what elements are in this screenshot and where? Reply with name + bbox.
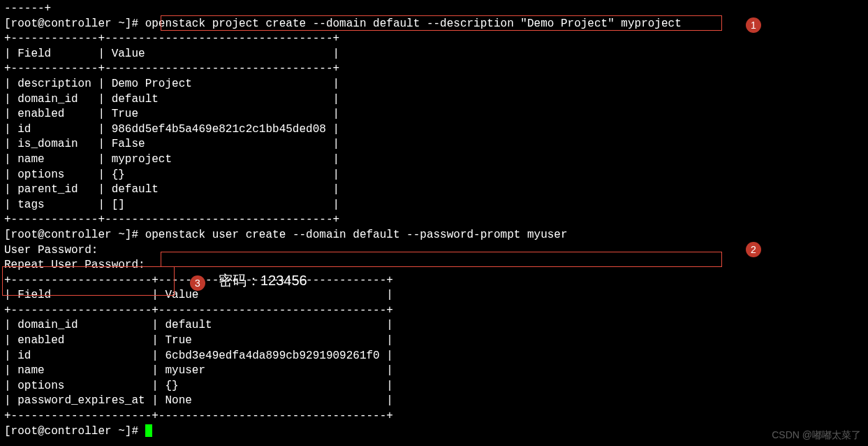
t2-row-4: | options | {} |: [4, 379, 864, 394]
cmd2-text: openstack user create --domain default -…: [145, 229, 568, 241]
t2-row-3: | name | myuser |: [4, 364, 864, 379]
cmd-line-3[interactable]: [root@controller ~]#: [4, 424, 864, 440]
t2-row-1: | enabled | True |: [4, 333, 864, 349]
t1-row-5: | name | myproject |: [4, 152, 864, 168]
t2-border-mid: +---------------------+-----------------…: [4, 303, 864, 319]
t1-border-bot: +-------------+-------------------------…: [4, 213, 864, 228]
t2-row-2: | id | 6cbd3e49edfa4da899cb9291909261f0 …: [4, 349, 864, 364]
prompt: [root@controller ~]#: [4, 17, 138, 30]
highlight-box-2: [161, 252, 722, 267]
t1-row-7: | parent_id | default |: [4, 182, 864, 198]
callout-badge-2: 2: [746, 242, 761, 257]
t2-row-0: | domain_id | default |: [4, 318, 864, 333]
callout-badge-1: 1: [746, 17, 761, 33]
highlight-box-3: [2, 266, 175, 296]
watermark-text: CSDN @嘟嘟太菜了: [772, 429, 861, 442]
t2-border-bot: +---------------------+-----------------…: [4, 409, 864, 424]
highlight-box-1: [161, 15, 722, 31]
frag-border: ------+: [4, 1, 864, 17]
t1-header: | Field | Value |: [4, 47, 864, 62]
prompt: [root@controller ~]#: [4, 229, 138, 241]
t1-row-6: | options | {} |: [4, 168, 864, 183]
t1-row-3: | id | 986dd5ef4b5a469e821c2c1bb45ded08 …: [4, 122, 864, 138]
t1-row-8: | tags | [] |: [4, 198, 864, 213]
t1-border-mid: +-------------+-------------------------…: [4, 62, 864, 77]
prompt: [root@controller ~]#: [4, 425, 138, 438]
t1-row-0: | description | Demo Project |: [4, 77, 864, 92]
t2-row-5: | password_expires_at | None |: [4, 394, 864, 409]
password-annotation: 密码：123456: [219, 271, 307, 290]
cursor-icon: [145, 424, 152, 437]
t1-border-top: +-------------+-------------------------…: [4, 31, 864, 47]
t1-row-1: | domain_id | default |: [4, 92, 864, 108]
cmd-line-2[interactable]: [root@controller ~]# openstack user crea…: [4, 228, 864, 243]
callout-badge-3: 3: [190, 275, 205, 291]
t1-row-2: | enabled | True |: [4, 107, 864, 122]
t1-row-4: | is_domain | False |: [4, 137, 864, 152]
